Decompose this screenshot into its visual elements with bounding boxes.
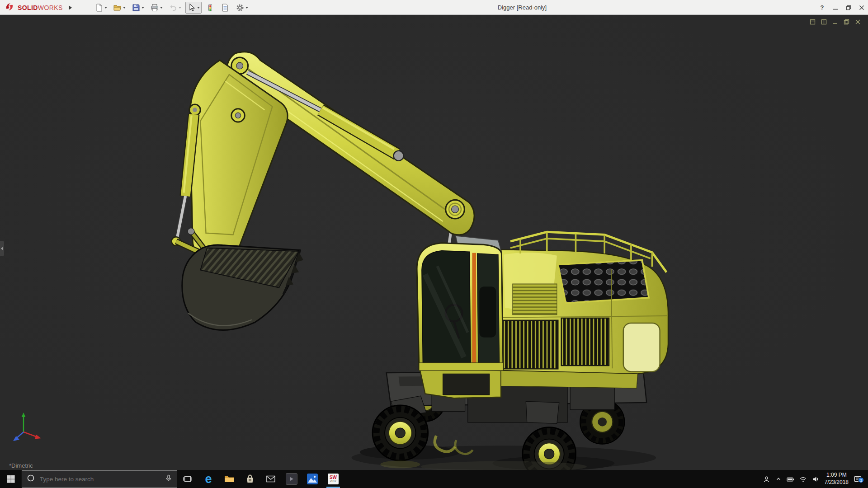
edge-icon: e: [205, 473, 212, 485]
doc-close-button[interactable]: [855, 19, 861, 27]
task-pane-tab[interactable]: [0, 241, 4, 256]
minimize-button[interactable]: [829, 0, 842, 15]
chevron-up-icon: [775, 476, 782, 482]
restore-icon: [846, 5, 851, 10]
viewport-canvas[interactable]: *Dimetric: [0, 15, 868, 470]
chevron-down-icon: [197, 7, 200, 9]
people-button[interactable]: [763, 475, 770, 483]
file-properties-icon: [221, 3, 230, 12]
search-input[interactable]: [39, 475, 161, 483]
media-app-button[interactable]: [281, 470, 302, 488]
windows-logo-icon: [6, 474, 16, 484]
select-button[interactable]: [185, 2, 202, 14]
speaker-icon: [812, 475, 820, 483]
toolbar-flyout-arrow-icon[interactable]: [69, 5, 72, 10]
restore-button[interactable]: [842, 0, 855, 15]
edge-app-button[interactable]: e: [198, 470, 219, 488]
photos-app-icon: [307, 474, 318, 484]
new-document-icon: [94, 3, 104, 12]
window-title: Digger [Read-only]: [235, 0, 809, 15]
file-explorer-button[interactable]: [219, 470, 240, 488]
ds-logo-icon: [5, 2, 14, 14]
doc-tab-icon-2[interactable]: [821, 19, 827, 27]
minimize-icon: [833, 5, 838, 10]
folder-icon: [224, 474, 235, 484]
show-hidden-icons-button[interactable]: [775, 476, 782, 482]
solidworks-app-icon: SW 2017: [328, 474, 339, 484]
network-button[interactable]: [799, 475, 807, 483]
chevron-down-icon: [179, 7, 181, 9]
chevron-left-icon: [1, 247, 3, 250]
envelope-icon: [265, 474, 276, 484]
media-app-icon: [286, 473, 297, 485]
chevron-down-icon: [142, 7, 144, 9]
system-tray: 1:09 PM 7/23/2018 3: [763, 470, 868, 488]
chevron-down-icon: [104, 7, 107, 9]
main-toolbar: [93, 0, 250, 15]
cab: [417, 236, 503, 371]
save-icon: [132, 3, 141, 12]
open-button[interactable]: [111, 2, 127, 14]
undo-button[interactable]: [167, 2, 183, 14]
undo-icon: [169, 3, 178, 12]
doc-minimize-button[interactable]: [832, 19, 838, 27]
start-button[interactable]: [0, 470, 22, 488]
view-orientation-label: *Dimetric: [9, 462, 33, 469]
clock[interactable]: 1:09 PM 7/23/2018: [825, 472, 849, 486]
mail-button[interactable]: [260, 470, 281, 488]
cortana-icon: [27, 474, 35, 484]
people-icon: [763, 475, 770, 483]
doc-restore-button[interactable]: [844, 19, 849, 27]
search-box[interactable]: [22, 470, 177, 488]
chevron-down-icon: [123, 7, 126, 9]
select-cursor-icon: [187, 3, 196, 12]
task-view-icon: [183, 474, 193, 484]
volume-button[interactable]: [812, 475, 820, 483]
chevron-down-icon: [160, 7, 163, 9]
photos-app-button[interactable]: [302, 470, 323, 488]
solidworks-app-button[interactable]: SW 2017: [323, 470, 344, 488]
rebuild-button[interactable]: [204, 2, 217, 14]
print-button[interactable]: [148, 2, 165, 14]
tray-date: 7/23/2018: [825, 479, 849, 486]
print-icon: [150, 3, 159, 12]
save-button[interactable]: [130, 2, 146, 14]
bucket: [182, 245, 303, 330]
taskbar: e SW 2017: [0, 470, 868, 488]
solidworks-logo: SOLIDWORKS: [18, 4, 63, 11]
new-document-button[interactable]: [93, 2, 109, 14]
front-wheel: [373, 405, 428, 460]
file-properties-button[interactable]: [219, 2, 231, 14]
battery-icon: [787, 475, 794, 483]
doc-tab-icon-1[interactable]: [810, 19, 816, 27]
excavator-model[interactable]: [0, 15, 868, 470]
shopping-bag-icon: [245, 474, 255, 484]
titlebar: SOLIDWORKS: [0, 0, 868, 15]
close-icon: [859, 5, 864, 10]
help-button[interactable]: ?: [816, 0, 829, 15]
open-folder-icon: [113, 3, 122, 12]
document-window-controls: [810, 19, 861, 27]
notification-badge: 3: [858, 477, 864, 483]
tray-time: 1:09 PM: [825, 472, 849, 479]
battery-button[interactable]: [787, 475, 794, 483]
rebuild-icon: [206, 3, 215, 12]
orientation-triad-icon: [10, 408, 46, 446]
task-view-button[interactable]: [177, 470, 198, 488]
close-button[interactable]: [855, 0, 868, 15]
action-center-button[interactable]: 3: [854, 475, 862, 483]
microphone-icon[interactable]: [165, 474, 172, 483]
store-button[interactable]: [240, 470, 260, 488]
network-icon: [799, 475, 807, 483]
